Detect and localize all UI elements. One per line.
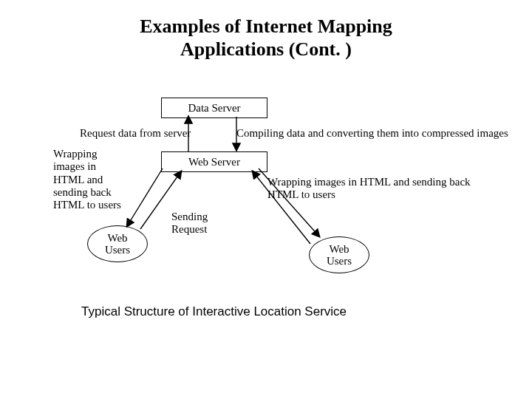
title-line-2: Applications (Cont. ) — [180, 38, 352, 60]
request-data-label: Request data from server — [80, 127, 191, 140]
data-server-box: Data Server — [161, 98, 267, 118]
wrap-right-label: Wrapping images in HTML and sending back… — [267, 176, 497, 202]
compiling-label: Compiling data and converting them into … — [236, 127, 508, 140]
web-server-label: Web Server — [188, 156, 240, 168]
wrap-left-label: Wrapping images in HTML and sending back… — [53, 148, 127, 211]
caption: Typical Structure of Interactive Locatio… — [81, 304, 347, 319]
web-users-left: WebUsers — [87, 225, 148, 262]
title-line-1: Examples of Internet Mapping — [140, 16, 392, 37]
sending-request-label: SendingRequest — [171, 211, 208, 236]
slide-title: Examples of Internet Mapping Application… — [0, 15, 532, 61]
slide: Examples of Internet Mapping Application… — [0, 0, 532, 399]
data-server-label: Data Server — [188, 102, 240, 115]
arrow-wrap-left — [127, 168, 163, 226]
web-server-box: Web Server — [161, 151, 267, 172]
web-users-right: WebUsers — [309, 236, 369, 273]
